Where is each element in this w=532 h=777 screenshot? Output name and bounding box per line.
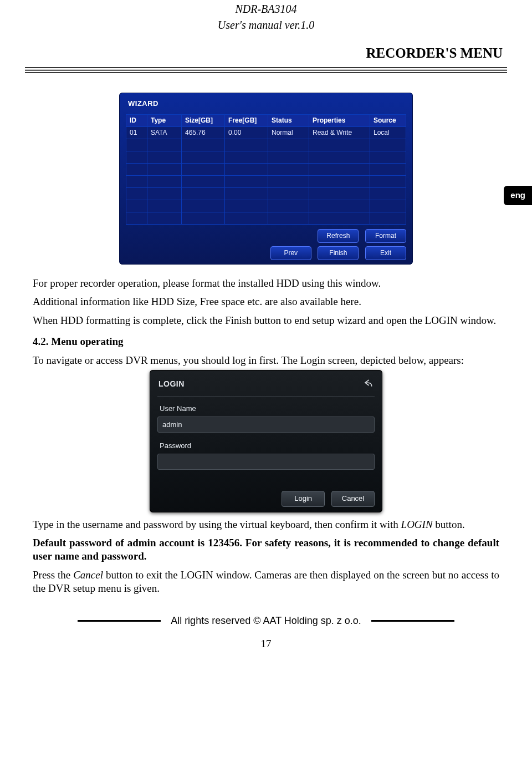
- table-row[interactable]: 01SATA465.760.00NormalRead & WriteLocal: [126, 126, 406, 139]
- paragraph: Type in the username and password by usi…: [33, 518, 499, 531]
- header-model: NDR-BA3104: [25, 0, 507, 16]
- manual-page: NDR-BA3104 User's manual ver.1.0 RECORDE…: [0, 0, 532, 667]
- cell-properties: Read & Write: [309, 126, 370, 139]
- cell-size: 465.76: [182, 126, 225, 139]
- col-properties: Properties: [309, 114, 370, 126]
- text-italic: Cancel: [73, 569, 103, 581]
- cell-source: Local: [370, 126, 406, 139]
- table-row-empty: [126, 187, 406, 200]
- subheading: 4.2. Menu operating: [33, 335, 499, 348]
- cell-type: SATA: [147, 126, 182, 139]
- col-free: Free[GB]: [225, 114, 268, 126]
- footer-rights: All rights reserved © AAT Holding sp. z …: [171, 615, 361, 627]
- format-button[interactable]: Format: [365, 229, 406, 243]
- page-number: 17: [25, 637, 507, 651]
- table-row-empty: [126, 151, 406, 163]
- divider: [25, 70, 507, 73]
- table-row-empty: [126, 200, 406, 212]
- paragraph: To navigate or access DVR menus, you sho…: [33, 354, 499, 367]
- col-size: Size[GB]: [182, 114, 225, 126]
- col-source: Source: [370, 114, 406, 126]
- paragraph: When HDD formatting is complete, click t…: [33, 314, 499, 327]
- finish-button[interactable]: Finish: [318, 246, 359, 260]
- header-manual-version: User's manual ver.1.0: [25, 16, 507, 32]
- footer-rule: All rights reserved © AAT Holding sp. z …: [25, 615, 507, 627]
- login-button[interactable]: Login: [282, 491, 325, 506]
- cancel-button[interactable]: Cancel: [331, 491, 375, 506]
- paragraph: Additional information like HDD Size, Fr…: [33, 295, 499, 308]
- col-id: ID: [126, 114, 147, 126]
- cell-status: Normal: [268, 126, 309, 139]
- wizard-dialog: WIZARD ID Type Size[GB] Free[GB] Status …: [119, 93, 413, 264]
- back-icon[interactable]: [362, 378, 374, 390]
- wizard-title: WIZARD: [128, 99, 404, 108]
- table-row-empty: [126, 212, 406, 224]
- table-header-row: ID Type Size[GB] Free[GB] Status Propert…: [126, 114, 406, 126]
- text: Press the: [33, 569, 73, 581]
- col-type: Type: [147, 114, 182, 126]
- table-row-empty: [126, 163, 406, 175]
- login-title: LOGIN: [158, 379, 185, 389]
- login-dialog: LOGIN User Name Password Login Cancel: [150, 370, 382, 512]
- username-field[interactable]: [157, 417, 375, 433]
- divider: [25, 67, 507, 69]
- prev-button[interactable]: Prev: [270, 246, 311, 260]
- wizard-disk-table: ID Type Size[GB] Free[GB] Status Propert…: [126, 114, 406, 225]
- paragraph: Press the Cancel button to exit the LOGI…: [33, 568, 499, 595]
- col-status: Status: [268, 114, 309, 126]
- username-label: User Name: [160, 404, 372, 413]
- password-field[interactable]: [157, 454, 375, 470]
- table-row-empty: [126, 139, 406, 151]
- exit-button[interactable]: Exit: [365, 246, 406, 260]
- paragraph: For proper recorder operation, please fo…: [33, 277, 499, 290]
- text: button to exit the LOGIN window. Cameras…: [33, 569, 499, 594]
- language-tab: eng: [504, 186, 532, 205]
- paragraph-bold: Default password of admin account is 123…: [33, 536, 499, 563]
- text: Type in the username and password by usi…: [33, 519, 401, 530]
- cell-free: 0.00: [225, 126, 268, 139]
- text-italic: LOGIN: [401, 519, 433, 530]
- table-row-empty: [126, 175, 406, 187]
- password-label: Password: [160, 441, 372, 450]
- cell-id: 01: [126, 126, 147, 139]
- text: button.: [433, 519, 465, 530]
- section-title: RECORDER'S MENU: [25, 44, 507, 62]
- refresh-button[interactable]: Refresh: [318, 229, 359, 243]
